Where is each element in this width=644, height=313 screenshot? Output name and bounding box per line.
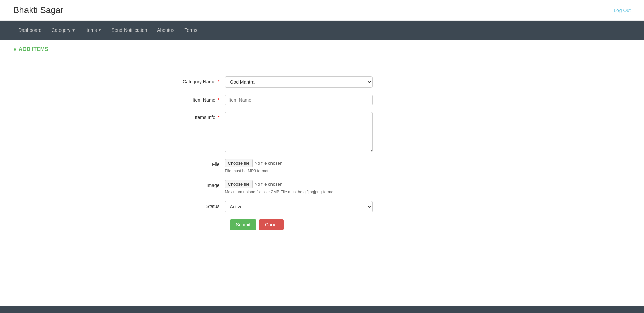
divider [13, 63, 631, 63]
file-input-wrapper: Choose file No file chosen [225, 159, 282, 167]
items-info-textarea[interactable] [225, 112, 373, 152]
nav-dashboard[interactable]: Dashboard [13, 21, 47, 40]
items-info-label: Items Info * [171, 112, 225, 120]
required-star: * [218, 97, 219, 103]
file-hint-text: File must be MP3 format. [225, 169, 282, 173]
item-name-label: Item Name * [171, 95, 225, 103]
nav-category[interactable]: Category ▼ [47, 21, 81, 40]
items-info-group: Items Info * [171, 112, 473, 152]
submit-button[interactable]: Submit [230, 219, 257, 230]
status-group: Status Active Inactive [171, 201, 473, 212]
user-icon: ● [13, 46, 17, 52]
main-content: ● ADD ITEMS Category Name * God Mantra M… [0, 40, 644, 292]
choose-file-button[interactable]: Choose file [225, 159, 253, 167]
image-label: Image [171, 180, 225, 188]
image-no-chosen-text: No file chosen [255, 182, 282, 187]
image-row: Choose file No file chosen [225, 180, 336, 188]
nav-send-notification[interactable]: Send Notification [106, 21, 152, 40]
nav-terms[interactable]: Terms [180, 21, 202, 40]
status-select[interactable]: Active Inactive [225, 201, 373, 212]
status-label: Status [171, 201, 225, 209]
category-name-label: Category Name * [171, 76, 225, 84]
category-name-group: Category Name * God Mantra Mantra Bhajan… [171, 76, 473, 88]
navbar: Dashboard Category ▼ Items ▼ Send Notifi… [0, 21, 644, 40]
header: Bhakti Sagar Log Out [0, 0, 644, 21]
file-no-chosen-text: No file chosen [255, 161, 282, 166]
nav-items[interactable]: Items ▼ [80, 21, 106, 40]
item-name-input[interactable] [225, 95, 373, 105]
choose-image-button[interactable]: Choose file [225, 180, 253, 188]
file-group: File Choose file No file chosen File mus… [171, 159, 473, 173]
footer: 2015 © Bhakti Sagar. All Rights Reserved… [0, 306, 644, 313]
image-group: Image Choose file No file chosen Maximum… [171, 180, 473, 194]
image-hint-text: Maximum upload file size 2MB.File must b… [225, 190, 336, 194]
image-input-wrapper: Choose file No file chosen [225, 180, 282, 188]
chevron-down-icon: ▼ [72, 28, 75, 32]
required-star: * [218, 79, 219, 84]
page-heading: ● ADD ITEMS [13, 46, 631, 56]
nav-aboutus[interactable]: Aboutus [152, 21, 179, 40]
logout-link[interactable]: Log Out [614, 8, 631, 13]
file-label: File [171, 159, 225, 167]
chevron-down-icon: ▼ [98, 28, 101, 32]
form-buttons: Submit Canel [230, 219, 473, 230]
cancel-button[interactable]: Canel [259, 219, 284, 230]
item-name-group: Item Name * [171, 95, 473, 105]
add-items-form: Category Name * God Mantra Mantra Bhajan… [171, 70, 473, 237]
site-title: Bhakti Sagar [13, 5, 63, 15]
file-input-group: Choose file No file chosen File must be … [225, 159, 282, 173]
required-star: * [218, 115, 219, 120]
file-row: Choose file No file chosen [225, 159, 282, 167]
page-title: ADD ITEMS [19, 46, 48, 52]
image-input-group: Choose file No file chosen Maximum uploa… [225, 180, 336, 194]
category-name-select[interactable]: God Mantra Mantra Bhajan Aarti [225, 76, 373, 88]
